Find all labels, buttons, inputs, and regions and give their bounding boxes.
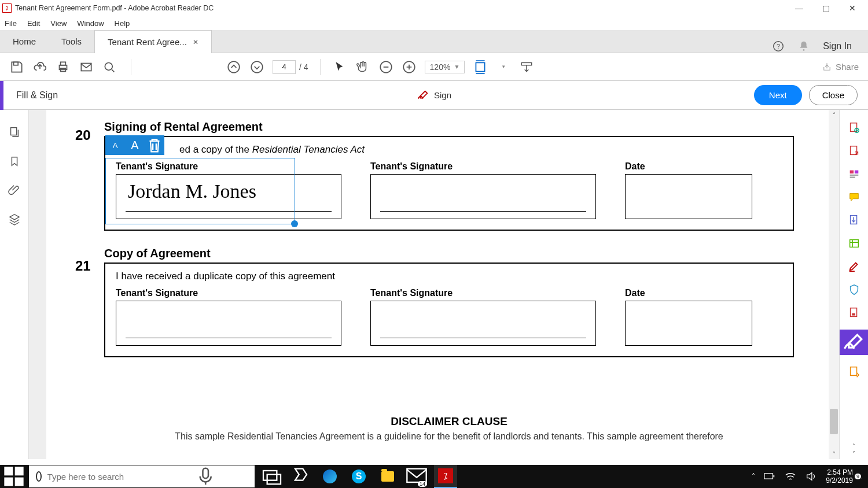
mail-app-icon[interactable]: 14 [405, 465, 428, 488]
svg-rect-35 [407, 469, 426, 482]
scroll-up-icon[interactable]: ˄ [833, 110, 836, 120]
clock-date: 9/2/2019 [826, 476, 853, 485]
tab-close-icon[interactable]: ✕ [193, 38, 198, 46]
menu-help[interactable]: Help [115, 19, 130, 28]
signature-field-3[interactable] [116, 301, 341, 346]
help-icon[interactable]: ? [772, 40, 785, 53]
svg-point-2 [803, 49, 805, 51]
cloud-upload-icon[interactable] [32, 60, 47, 75]
next-button[interactable]: Next [754, 85, 802, 105]
protect-icon[interactable] [848, 283, 860, 296]
action-center-icon[interactable]: 9 [861, 472, 862, 480]
close-button[interactable]: Close [809, 85, 858, 105]
signature-field-2[interactable] [370, 174, 596, 219]
share-button[interactable]: Share [822, 62, 859, 72]
zoom-in-icon[interactable] [402, 60, 417, 75]
sign-menu[interactable]: Sign [417, 89, 451, 102]
tab-document-label: Tenant Rent Agree... [108, 37, 187, 47]
font-smaller-button[interactable]: A [105, 135, 125, 155]
battery-icon[interactable] [763, 471, 776, 481]
save-icon[interactable] [9, 60, 24, 75]
menubar: File Edit View Window Help [0, 16, 868, 30]
page-down-icon[interactable] [249, 60, 264, 75]
select-tool-icon[interactable] [332, 60, 347, 75]
comment-icon[interactable] [848, 191, 860, 204]
layers-icon[interactable] [8, 213, 21, 225]
vertical-scrollbar[interactable]: ˄ ˅ [829, 110, 839, 459]
date-field-21[interactable] [625, 301, 752, 346]
close-window-button[interactable]: ✕ [839, 0, 866, 16]
sign-label: Sign [434, 90, 451, 100]
wifi-icon[interactable] [784, 471, 797, 482]
start-button[interactable] [0, 465, 28, 488]
scroll-thumb[interactable] [830, 409, 838, 434]
file-explorer-icon[interactable] [376, 465, 399, 488]
hand-tool-icon[interactable] [355, 60, 370, 75]
tabbar: Home Tools Tenant Rent Agree... ✕ ? Sign… [0, 30, 868, 53]
print-icon[interactable] [56, 60, 71, 75]
fit-dropdown-icon[interactable]: ▼ [496, 60, 511, 75]
svg-rect-19 [849, 171, 853, 174]
page-up-icon[interactable] [226, 60, 241, 75]
date-field-20[interactable] [625, 174, 752, 219]
section-20-text: ed a copy of the Residential Tenancies A… [116, 144, 782, 156]
sign-in-link[interactable]: Sign In [823, 41, 852, 51]
signature-selection[interactable] [105, 158, 295, 224]
read-mode-icon[interactable] [519, 60, 534, 75]
date-label-21: Date [625, 288, 752, 298]
svg-rect-29 [15, 467, 24, 475]
create-pdf-icon[interactable] [848, 145, 860, 157]
resize-handle[interactable] [291, 220, 298, 227]
scroll-down-icon[interactable]: ˅ [833, 449, 836, 459]
document-page[interactable]: Signing of Rental Agreement 20 ed a copy… [46, 110, 829, 459]
menu-edit[interactable]: Edit [27, 19, 40, 28]
skype-icon[interactable]: S [347, 465, 370, 488]
delete-signature-button[interactable] [145, 135, 164, 155]
mail-icon[interactable] [79, 60, 94, 75]
svg-rect-13 [476, 62, 485, 71]
redact-icon[interactable] [848, 260, 860, 273]
organize-icon[interactable] [848, 237, 860, 250]
tray-chevron-icon[interactable]: ˄ [752, 472, 755, 480]
minimize-button[interactable]: ― [786, 0, 812, 16]
menu-window[interactable]: Window [77, 19, 104, 28]
search-input[interactable] [47, 472, 157, 482]
acrobat-taskbar-icon[interactable]: ⁒ [434, 465, 457, 488]
fit-width-icon[interactable] [473, 60, 488, 75]
edge-icon[interactable] [318, 465, 341, 488]
compress-icon[interactable] [848, 306, 860, 319]
zoom-dropdown[interactable]: 120%▼ [425, 61, 465, 73]
main-area: ◂ Signing of Rental Agreement 20 ed a co… [0, 110, 868, 459]
sig1-label-21: Tenant's Signature [116, 288, 341, 298]
taskbar-search[interactable] [29, 465, 255, 487]
tab-document[interactable]: Tenant Rent Agree... ✕ [94, 30, 212, 53]
menu-view[interactable]: View [50, 19, 67, 28]
font-larger-button[interactable]: A [125, 135, 145, 155]
svg-rect-31 [15, 478, 24, 486]
svg-rect-15 [10, 128, 16, 135]
thumbnails-icon[interactable] [8, 126, 21, 139]
zoom-out-icon[interactable] [378, 60, 393, 75]
more-tools-icon[interactable] [848, 365, 860, 378]
attachment-icon[interactable] [8, 184, 21, 197]
bell-icon[interactable] [797, 40, 810, 53]
menu-file[interactable]: File [5, 19, 17, 28]
clock[interactable]: 2:54 PM 9/2/2019 [826, 468, 853, 485]
volume-icon[interactable] [805, 470, 818, 483]
find-icon[interactable] [102, 60, 119, 75]
sig2-label-21: Tenant's Signature [370, 288, 596, 298]
right-strip-scroll[interactable]: ˄˅ [852, 443, 855, 457]
tab-home[interactable]: Home [0, 29, 49, 53]
taskbar-app-1[interactable] [289, 465, 312, 488]
maximize-button[interactable]: ▢ [812, 0, 839, 16]
mic-icon[interactable] [163, 465, 248, 487]
signature-field-4[interactable] [370, 301, 596, 346]
task-view-icon[interactable] [260, 465, 284, 488]
combine-icon[interactable] [848, 214, 860, 227]
tab-tools[interactable]: Tools [49, 29, 94, 53]
edit-pdf-icon[interactable] [848, 168, 860, 180]
bookmark-icon[interactable] [8, 155, 21, 168]
export-pdf-icon[interactable] [848, 121, 860, 134]
page-current-input[interactable] [273, 60, 296, 74]
fill-sign-tool-icon[interactable] [840, 330, 869, 355]
